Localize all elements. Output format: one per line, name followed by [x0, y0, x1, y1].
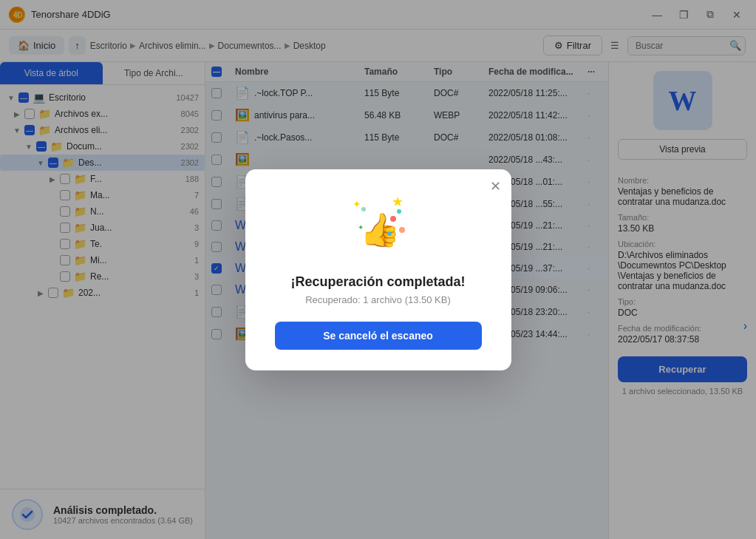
- modal-subtitle: Recuperado: 1 archivo (13.50 KB): [275, 294, 482, 305]
- svg-point-8: [397, 209, 401, 214]
- modal-close-button[interactable]: ✕: [490, 178, 501, 194]
- svg-point-11: [361, 207, 366, 211]
- modal-overlay[interactable]: ✕ ✦ ★ ✦ 👍 ¡Recuperación completada! Recu…: [0, 0, 756, 539]
- modal-title: ¡Recuperación completada!: [275, 274, 482, 290]
- svg-point-7: [390, 216, 396, 222]
- modal-icon: ✦ ★ ✦ 👍: [275, 193, 482, 262]
- modal-dialog: ✕ ✦ ★ ✦ 👍 ¡Recuperación completada! Recu…: [245, 169, 511, 370]
- svg-text:★: ★: [392, 194, 403, 209]
- svg-point-9: [387, 231, 392, 236]
- modal-action-button[interactable]: Se canceló el escaneo: [275, 322, 482, 350]
- svg-text:✦: ✦: [353, 198, 361, 210]
- svg-point-10: [399, 227, 405, 233]
